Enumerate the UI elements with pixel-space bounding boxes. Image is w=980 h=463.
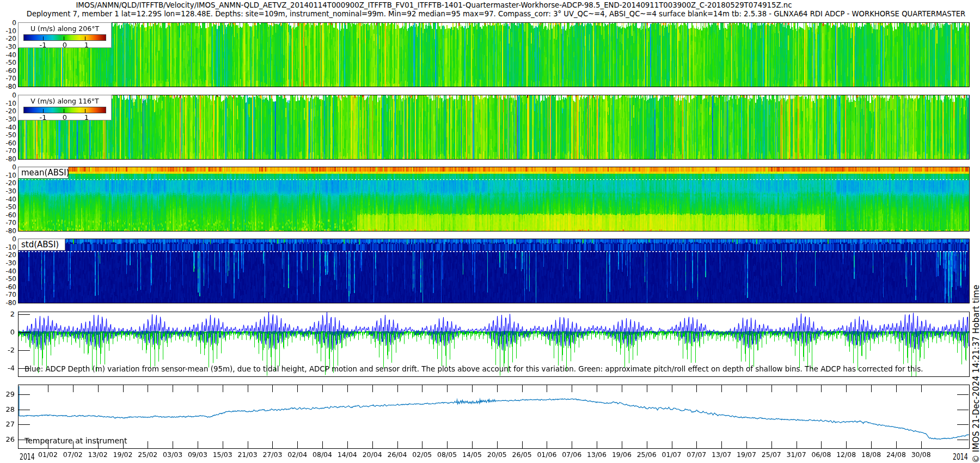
temperature-plot [19,385,969,448]
v-ytick-0: 0 [0,92,16,99]
std-absi-panel [18,239,970,303]
mean_absi-ytick--10: -10 [0,172,16,179]
xtickmark-bottom-19/02 [123,441,124,448]
xtickmark-bottom-18/08 [871,441,872,448]
xtickmark-top-24/08 [896,385,897,392]
std-absi-heatmap [19,239,969,303]
mean_absi-ytick--60: -60 [0,211,16,219]
std_absi-ytick--60: -60 [0,283,16,291]
xtick-label-03/03: 03/03 [160,450,185,459]
std_absi-ytick--80: -80 [0,299,16,307]
xtickmark-top-14/05 [472,385,473,392]
xtick-label-02/05: 02/05 [409,450,434,459]
xtickmark-bottom-19/07 [746,441,747,448]
mean_absi-ytick--40: -40 [0,196,16,203]
xtick-label-09/03: 09/03 [185,450,210,459]
xtick-label-14/05: 14/05 [460,450,485,459]
u-velocity-panel [18,22,970,87]
title-line2: Deployment 7, member 1 lat=12.29S lon=12… [26,10,966,18]
year-label-left: 2014 [20,452,35,462]
v-colorbar [23,107,106,113]
xtickmark-top-13/06 [597,385,597,392]
xtickmark-bottom-30/08 [921,441,922,448]
xtickmark-bottom-07/07 [696,441,697,448]
v-colorbar-tick-1: 1 [78,113,95,121]
depth-ytick--4: -4 [0,364,15,372]
xtickmark-bottom-25/06 [647,441,647,448]
mean-absi-panel [18,167,970,232]
v-colorbar-legend: V (m/s) along 116°T -1 0 1 [18,95,112,120]
xtickmark-bottom-25/02 [148,441,148,448]
v-ytick--30: -30 [0,115,16,123]
xtickmark-top-21/03 [248,385,248,392]
temp-ytick-26: 26 [0,436,15,443]
xtickmark-top-19/02 [123,385,124,392]
v-colorbar-tickmark-1 [64,109,64,113]
imos-watermark: © IMOS 21-Dec-2024 14:21:37 Hobart time [971,285,980,463]
temp-ytick-29: 29 [0,391,15,398]
mean_absi-ytick--80: -80 [0,227,16,235]
v-ytick--20: -20 [0,107,16,115]
xtick-label-08/04: 08/04 [310,450,335,459]
xtickmark-bottom-12/08 [846,441,847,448]
xtick-label-19/02: 19/02 [111,450,136,459]
xtick-label-07/02: 07/02 [60,450,85,459]
depth-ytickmark-0 [19,332,30,333]
u-ytick--20: -20 [0,35,16,42]
xtickmark-bottom-14/04 [347,441,348,448]
xtick-label-02/04: 02/04 [285,450,310,459]
u-ytick--70: -70 [0,75,16,82]
xtickmark-top-26/04 [397,385,398,392]
xtick-label-21/03: 21/03 [235,450,260,459]
xtickmark-top-01/06 [547,385,547,392]
v-colorbar-tickmark-2 [85,109,85,113]
xtick-label-25/02: 25/02 [135,450,160,459]
xtickmark-top-15/03 [223,385,223,392]
xtickmark-bottom-19/06 [622,441,622,448]
u-colorbar-tickmark-1 [64,36,64,40]
temp-ytickmark-left-26 [19,440,30,440]
xtickmark-bottom-27/03 [272,441,273,448]
temperature-label: Temperature at instrument [24,436,127,445]
u-legend-title: U (m/s) along 206°T [19,25,111,33]
std_absi-ytick--70: -70 [0,291,16,298]
mean_absi-ytick--30: -30 [0,187,16,195]
xtick-label-24/08: 24/08 [884,450,909,459]
xtickmark-bottom-01/07 [672,441,672,448]
xtickmark-bottom-01/06 [547,441,547,448]
std_absi-ytick-0: 0 [0,235,16,243]
xtickmark-bottom-02/04 [297,441,298,448]
xtickmark-top-07/07 [696,385,697,392]
temp-ytickmark-left-29 [19,394,30,395]
xtickmark-bottom-07/02 [73,441,74,448]
mean_absi-ytick-0: 0 [0,163,16,171]
xtickmark-bottom-25/07 [771,441,772,448]
u-ytick--60: -60 [0,67,16,75]
xtickmark-bottom-09/03 [198,441,198,448]
xtickmark-bottom-03/03 [173,441,173,448]
xtick-label-01/02: 01/02 [35,450,60,459]
u-velocity-heatmap [19,23,969,87]
xtick-label-18/08: 18/08 [859,450,884,459]
temp-ytick-28: 28 [0,406,15,413]
xtick-label-20/05: 20/05 [485,450,510,459]
mean-absi-heatmap [19,167,969,231]
xtickmark-top-13/07 [721,385,722,392]
xtickmark-top-13/02 [98,385,99,392]
v-velocity-heatmap [19,95,969,159]
xtickmark-bottom-31/07 [797,441,797,448]
xtickmark-bottom-13/06 [597,441,597,448]
xtickmark-bottom-13/02 [98,441,99,448]
figure: IMOS/ANMN/QLD/ITFFTB/Velocity/IMOS_ANMN-… [0,0,980,463]
temperature-panel [18,385,970,449]
xtickmark-top-26/05 [522,385,523,392]
u-ytick--80: -80 [0,83,16,90]
year-label-right: 2014 [953,452,968,462]
xtick-label-19/07: 19/07 [734,450,759,459]
v-ytick--80: -80 [0,155,16,163]
xtickmark-bottom-24/08 [896,441,897,448]
v-colorbar-tick-0: 0 [57,113,73,121]
xtickmark-bottom-07/06 [572,441,572,448]
xtickmark-top-02/05 [422,385,422,392]
v-ytick--40: -40 [0,124,16,131]
